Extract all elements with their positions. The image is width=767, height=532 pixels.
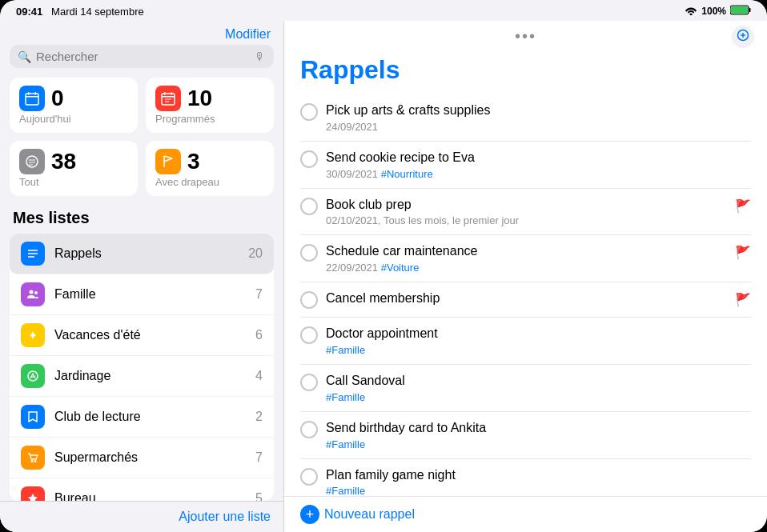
- svg-rect-6: [26, 96, 38, 98]
- search-bar[interactable]: 🔍 🎙: [10, 45, 274, 68]
- svg-rect-10: [162, 96, 175, 98]
- reminder-item[interactable]: Send cookie recipe to Eva 30/09/2021 #No…: [300, 142, 751, 189]
- reminder-subtitle: #Famille: [326, 438, 751, 450]
- liste-count-vacances: 6: [255, 328, 263, 342]
- svg-point-25: [34, 460, 37, 462]
- widget-drapeau[interactable]: 3 Avec drapeau: [146, 141, 274, 196]
- reminder-subtitle: 02/10/2021, Tous les mois, le premier jo…: [326, 214, 727, 226]
- reminder-checkbox[interactable]: [300, 198, 318, 215]
- svg-rect-1: [731, 6, 748, 14]
- battery-icon: [730, 5, 751, 18]
- widget-aujourd-hui[interactable]: 0 Aujourd'hui: [10, 78, 138, 133]
- reminder-checkbox[interactable]: [300, 150, 318, 168]
- right-header: •••: [284, 21, 767, 52]
- svg-rect-2: [749, 8, 751, 12]
- reminder-subtitle: #Famille: [326, 485, 751, 496]
- reminder-item[interactable]: Doctor appointment #Famille: [300, 318, 751, 365]
- liste-name-club: Club de lecture: [54, 410, 255, 424]
- liste-item-vacances[interactable]: Vacances d'été 6: [10, 315, 274, 356]
- reminder-subtitle: 22/09/2021 #Voiture: [326, 262, 727, 274]
- liste-name-jardinage: Jardinage: [54, 369, 255, 383]
- flag-icon: 🚩: [735, 198, 751, 214]
- liste-count-bureau: 5: [255, 491, 263, 501]
- main-layout: Modifier 🔍 🎙 0 Aujourd'hui: [0, 21, 767, 532]
- reminder-subtitle: 24/09/2021: [326, 121, 751, 133]
- reminder-subtitle: #Famille: [326, 391, 751, 403]
- reminder-item[interactable]: Send birthday card to Ankita #Famille: [300, 412, 751, 459]
- new-reminder-button[interactable]: + Nouveau rappel: [300, 505, 415, 524]
- reminder-item[interactable]: Schedule car maintenance 22/09/2021 #Voi…: [300, 235, 751, 282]
- reminder-content: Book club prep 02/10/2021, Tous les mois…: [326, 197, 727, 227]
- liste-name-famille: Famille: [54, 287, 255, 302]
- widgets-grid: 0 Aujourd'hui 10 Programmés: [10, 78, 274, 196]
- reminder-content: Send birthday card to Ankita #Famille: [326, 420, 751, 450]
- reminders-list: Pick up arts & crafts supplies 24/09/202…: [284, 94, 767, 496]
- mic-icon[interactable]: 🎙: [255, 50, 266, 63]
- reminder-checkbox[interactable]: [300, 421, 318, 438]
- reminder-content: Call Sandoval #Famille: [326, 373, 751, 403]
- modifier-button[interactable]: Modifier: [225, 27, 271, 42]
- liste-item-rappels[interactable]: Rappels 20: [10, 234, 274, 274]
- reminder-item[interactable]: Call Sandoval #Famille: [300, 365, 751, 412]
- widget-icon-tout: [19, 149, 45, 174]
- reminder-checkbox[interactable]: [300, 291, 318, 309]
- reminder-checkbox[interactable]: [300, 103, 318, 121]
- reminder-checkbox[interactable]: [300, 468, 318, 486]
- more-button[interactable]: [732, 26, 754, 48]
- widget-count-aujourd-hui: 0: [51, 86, 64, 111]
- liste-icon-supermarches: [21, 446, 45, 470]
- reminder-checkbox[interactable]: [300, 374, 318, 391]
- rappels-title: Rappels: [284, 52, 767, 94]
- reminder-item[interactable]: Plan family game night #Famille: [300, 459, 751, 496]
- svg-rect-3: [26, 94, 38, 105]
- mes-listes-title: Mes listes: [0, 206, 283, 234]
- widget-label-programmes: Programmés: [155, 113, 264, 125]
- reminder-content: Cancel membership: [326, 290, 727, 307]
- reminder-content: Plan family game night #Famille: [326, 467, 751, 496]
- widget-tout[interactable]: 38 Tout: [10, 141, 138, 196]
- liste-icon-vacances: [21, 323, 45, 347]
- reminder-title: Book club prep: [326, 197, 727, 214]
- reminder-tag: #Voiture: [381, 262, 420, 274]
- search-input[interactable]: [36, 50, 250, 63]
- liste-name-rappels: Rappels: [54, 246, 248, 261]
- reminder-title: Send birthday card to Ankita: [326, 420, 751, 437]
- liste-item-jardinage[interactable]: Jardinage 4: [10, 356, 274, 397]
- reminder-checkbox[interactable]: [300, 326, 318, 344]
- widget-icon-drapeau: [155, 149, 181, 174]
- svg-point-20: [30, 290, 34, 294]
- svg-point-21: [34, 291, 38, 294]
- status-time: 09:41 Mardi 14 septembre: [16, 6, 144, 18]
- wifi-icon: [685, 6, 697, 18]
- reminder-title: Send cookie recipe to Eva: [326, 150, 751, 166]
- reminder-content: Send cookie recipe to Eva 30/09/2021 #No…: [326, 150, 751, 180]
- flag-icon: 🚩: [735, 245, 751, 260]
- liste-count-jardinage: 4: [255, 369, 263, 383]
- reminder-tag: #Famille: [326, 391, 365, 403]
- liste-item-bureau[interactable]: Bureau 5: [10, 478, 274, 501]
- liste-count-famille: 7: [255, 287, 263, 302]
- liste-item-club[interactable]: Club de lecture 2: [10, 397, 274, 438]
- sidebar-footer: Ajouter une liste: [0, 501, 283, 532]
- reminder-subtitle: #Famille: [326, 344, 751, 356]
- svg-marker-26: [28, 494, 38, 501]
- reminder-title: Cancel membership: [326, 290, 727, 307]
- liste-count-club: 2: [255, 410, 263, 424]
- widget-label-tout: Tout: [19, 176, 128, 188]
- reminder-item[interactable]: Cancel membership 🚩: [300, 282, 751, 318]
- liste-item-famille[interactable]: Famille 7: [10, 274, 274, 315]
- reminder-content: Pick up arts & crafts supplies 24/09/202…: [326, 102, 751, 133]
- widget-programmes[interactable]: 10 Programmés: [146, 78, 274, 133]
- search-icon: 🔍: [18, 50, 31, 63]
- reminder-checkbox[interactable]: [300, 244, 318, 262]
- liste-item-supermarches[interactable]: Supermarchés 7: [10, 438, 274, 478]
- add-list-button[interactable]: Ajouter une liste: [179, 510, 271, 524]
- liste-name-vacances: Vacances d'été: [54, 328, 255, 342]
- widget-icon-aujourd-hui: [19, 86, 45, 111]
- widget-icon-programmes: [155, 86, 181, 111]
- svg-point-24: [31, 460, 34, 462]
- reminder-tag: #Famille: [326, 344, 365, 356]
- reminder-item[interactable]: Pick up arts & crafts supplies 24/09/202…: [300, 94, 751, 142]
- device-frame: 09:41 Mardi 14 septembre 100% Modifier 🔍: [0, 0, 767, 532]
- reminder-item[interactable]: Book club prep 02/10/2021, Tous les mois…: [300, 189, 751, 236]
